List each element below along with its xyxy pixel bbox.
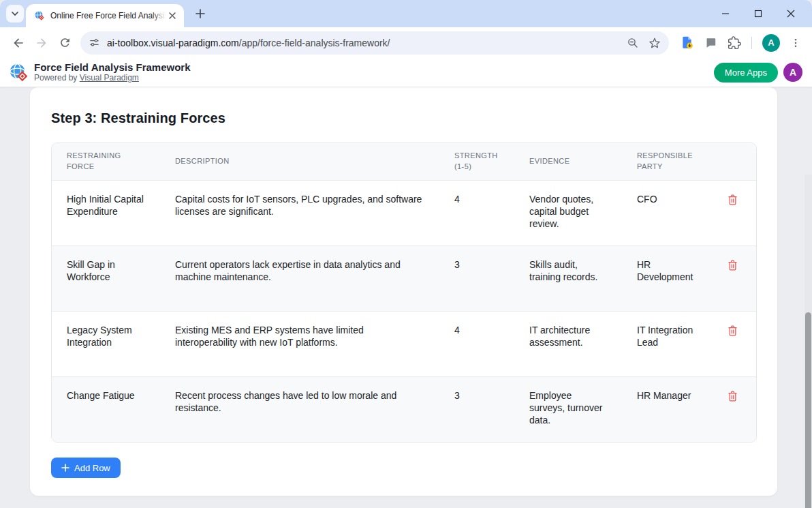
trash-icon (728, 194, 738, 205)
toolbar-separator (751, 37, 752, 49)
cell-evidence[interactable]: Skills audit, training records. (514, 245, 622, 311)
cell-force[interactable]: Legacy System Integration (52, 311, 160, 376)
trash-icon (728, 325, 738, 336)
tab-search-button[interactable] (6, 5, 24, 23)
table-header-row: RESTRAINING FORCE DESCRIPTION STRENGTH (… (52, 143, 756, 180)
doc-download-icon[interactable] (680, 35, 694, 50)
toolbar-right: A (674, 34, 805, 52)
scrollbar-thumb[interactable] (805, 312, 811, 508)
maximize-icon (754, 10, 762, 18)
cell-strength[interactable]: 4 (439, 180, 514, 245)
browser-titlebar: Online Free Force Field Analysis (0, 0, 812, 27)
cell-responsible[interactable]: CFO (622, 180, 709, 245)
delete-row-button[interactable] (726, 389, 739, 405)
add-row-label: Add Row (74, 463, 110, 473)
minimize-button[interactable] (718, 6, 733, 21)
url-domain: ai-toolbox.visual-paradigm.com (107, 38, 239, 48)
bookmark-star-icon[interactable] (649, 37, 661, 49)
forward-button[interactable] (30, 31, 53, 55)
close-icon (169, 12, 176, 19)
browser-profile-avatar[interactable]: A (762, 34, 780, 52)
cell-force[interactable]: High Initial Capital Expenditure (52, 180, 160, 245)
delete-row-button[interactable] (726, 193, 739, 209)
cell-strength[interactable]: 4 (439, 311, 514, 376)
cell-responsible[interactable]: HR Manager (622, 376, 709, 442)
col-header-actions (709, 143, 756, 180)
delete-row-button[interactable] (726, 258, 739, 274)
table-row: Legacy System Integration Existing MES a… (52, 311, 756, 376)
cell-strength[interactable]: 3 (439, 376, 514, 442)
side-panel-icon[interactable] (704, 36, 717, 49)
app-logo-icon (8, 62, 29, 83)
table-row: Skill Gap in Workforce Current operators… (52, 245, 756, 311)
new-tab-button[interactable] (193, 6, 208, 21)
browser-toolbar: ai-toolbox.visual-paradigm.com/app/force… (0, 27, 812, 58)
cell-description[interactable]: Current operators lack expertise in data… (160, 245, 439, 311)
col-header-strength: STRENGTH (1-5) (439, 143, 514, 180)
back-button[interactable] (7, 31, 30, 55)
delete-row-button[interactable] (726, 324, 739, 340)
plus-icon (61, 464, 69, 472)
url-path: /app/force-field-analysis-framework/ (239, 38, 390, 48)
chevron-down-icon (11, 10, 19, 18)
tab-title: Online Free Force Field Analysis (50, 11, 166, 20)
close-window-button[interactable] (783, 6, 798, 21)
zoom-out-icon[interactable] (627, 37, 639, 49)
tab-close-button[interactable] (166, 10, 178, 22)
extensions-puzzle-icon[interactable] (728, 36, 741, 50)
page-background: Step 3: Restraining Forces RESTRAINING F… (0, 87, 812, 508)
powered-by: Powered by Visual Paradigm (34, 74, 191, 83)
cell-force[interactable]: Change Fatigue (52, 376, 160, 442)
cell-description[interactable]: Existing MES and ERP systems have limite… (160, 311, 439, 376)
reload-icon (59, 36, 72, 49)
visual-paradigm-link[interactable]: Visual Paradigm (80, 73, 139, 83)
app-header-text: Force Field Analysis Framework Powered b… (34, 61, 191, 83)
user-avatar[interactable]: A (783, 63, 802, 82)
powered-by-prefix: Powered by (34, 73, 80, 83)
forward-arrow-icon (35, 36, 48, 50)
menu-kebab-icon[interactable] (790, 38, 801, 48)
col-header-evidence: EVIDENCE (514, 143, 622, 180)
close-icon (787, 10, 795, 18)
site-settings-icon[interactable] (89, 37, 100, 48)
content-card: Step 3: Restraining Forces RESTRAINING F… (30, 87, 777, 496)
restraining-forces-table: RESTRAINING FORCE DESCRIPTION STRENGTH (… (51, 143, 757, 443)
trash-icon (728, 391, 738, 402)
urlbar-actions (627, 37, 661, 49)
cell-evidence[interactable]: Vendor quotes, capital budget review. (514, 180, 622, 245)
more-apps-button[interactable]: More Apps (714, 63, 778, 83)
cell-force[interactable]: Skill Gap in Workforce (52, 245, 160, 311)
reload-button[interactable] (53, 31, 76, 55)
plus-icon (196, 9, 205, 18)
browser-window: Online Free Force Field Analysis (0, 0, 812, 508)
cell-description[interactable]: Recent process changes have led to low m… (160, 376, 439, 442)
trash-icon (728, 260, 738, 271)
app-header: Force Field Analysis Framework Powered b… (0, 58, 812, 87)
cell-responsible[interactable]: IT Integration Lead (622, 311, 709, 376)
cell-strength[interactable]: 3 (439, 245, 514, 311)
cell-evidence[interactable]: IT architecture assessment. (514, 311, 622, 376)
cell-evidence[interactable]: Employee surveys, turnover data. (514, 376, 622, 442)
col-header-responsible-party: RESPONSIBLE PARTY (622, 143, 709, 180)
browser-tab[interactable]: Online Free Force Field Analysis (26, 4, 184, 27)
minimize-icon (721, 10, 730, 18)
col-header-restraining-force: RESTRAINING FORCE (52, 143, 160, 180)
table-row: High Initial Capital Expenditure Capital… (52, 180, 756, 245)
page-title: Step 3: Restraining Forces (51, 110, 756, 126)
cell-description[interactable]: Capital costs for IoT sensors, PLC upgra… (160, 180, 439, 245)
site-favicon-icon (34, 10, 45, 21)
maximize-button[interactable] (751, 6, 766, 21)
app-header-right: More Apps A (714, 63, 802, 83)
back-arrow-icon (12, 36, 25, 50)
window-controls (718, 0, 812, 27)
page-scrollbar[interactable] (805, 175, 812, 508)
table-row: Change Fatigue Recent process changes ha… (52, 376, 756, 442)
cell-responsible[interactable]: HR Development (622, 245, 709, 311)
url-text[interactable]: ai-toolbox.visual-paradigm.com/app/force… (107, 38, 621, 48)
col-header-description: DESCRIPTION (160, 143, 439, 180)
app-title: Force Field Analysis Framework (34, 61, 191, 73)
address-bar[interactable]: ai-toolbox.visual-paradigm.com/app/force… (80, 31, 669, 55)
add-row-button[interactable]: Add Row (51, 458, 121, 478)
